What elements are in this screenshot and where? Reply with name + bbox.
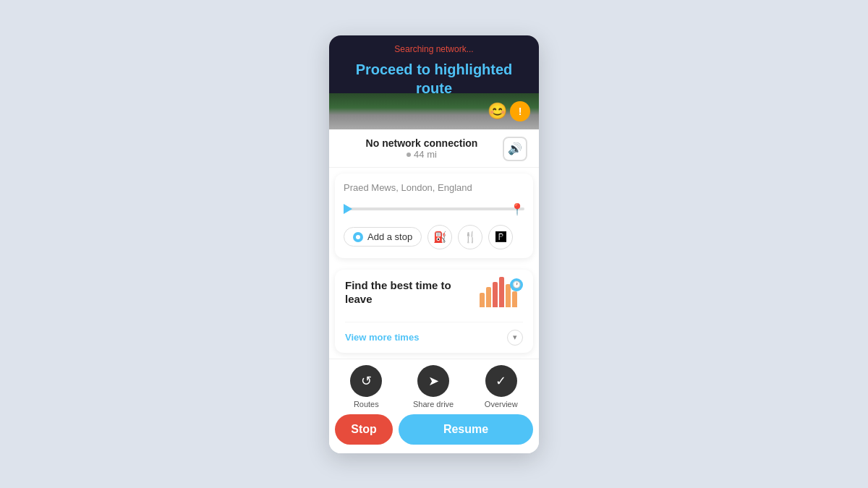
best-time-title: Find the best time to leave — [345, 278, 480, 307]
chevron-down-icon[interactable]: ▾ — [507, 330, 523, 346]
distance-text: 44 mi — [407, 149, 437, 160]
parking-button[interactable]: 🅿 — [488, 225, 513, 249]
chart-bar — [486, 287, 491, 307]
action-icon-0: ↺ — [350, 365, 382, 397]
bottom-actions: ↺Routes➤Share drive✓Overview Stop Resume — [329, 359, 539, 453]
action-label-1: Share drive — [413, 400, 454, 408]
searching-text: Searching network... — [341, 44, 527, 54]
parking-icon: 🅿 — [495, 231, 506, 243]
add-stop-dot-icon — [353, 232, 363, 242]
emoji-icon: 😊 — [488, 102, 507, 121]
clock-icon: 🕐 — [512, 281, 521, 288]
food-button[interactable]: 🍴 — [458, 225, 482, 249]
route-end-thumb: 📍 — [510, 202, 524, 215]
action-label-0: Routes — [354, 400, 379, 408]
add-stop-button[interactable]: Add a stop — [344, 227, 422, 247]
warning-sign: ! — [510, 101, 530, 121]
network-status-bar: No network connection 44 mi 🔊 — [329, 129, 539, 168]
best-time-card: Find the best time to leave 🕐 View more … — [335, 270, 533, 353]
stop-button[interactable]: Stop — [335, 414, 393, 445]
view-more-row[interactable]: View more times ▾ — [345, 322, 523, 353]
action-button-overview[interactable]: ✓Overview — [485, 365, 518, 408]
speaker-button[interactable]: 🔊 — [503, 137, 527, 161]
map-header: Searching network... Proceed to highligh… — [329, 35, 539, 129]
network-info: No network connection 44 mi — [341, 137, 503, 160]
route-slider[interactable]: 📍 — [344, 202, 524, 216]
add-stop-label: Add a stop — [367, 231, 412, 242]
route-card: Praed Mews, London, England 📍 Add a stop… — [335, 174, 533, 258]
stop-options: Add a stop ⛽ 🍴 🅿 — [344, 225, 524, 249]
fuel-button[interactable]: ⛽ — [427, 225, 452, 249]
action-button-routes[interactable]: ↺Routes — [350, 365, 382, 408]
route-start-thumb — [344, 204, 352, 214]
action-icon-1: ➤ — [417, 365, 449, 397]
chart-bar — [480, 293, 485, 307]
distance-value: 44 mi — [414, 149, 437, 160]
action-icon-2: ✓ — [485, 365, 517, 397]
chart-bar — [499, 277, 504, 307]
nav-buttons-row: Stop Resume — [329, 414, 539, 453]
chart-bar — [512, 291, 517, 307]
pin-icon: 📍 — [510, 202, 524, 215]
resume-button[interactable]: Resume — [399, 414, 533, 445]
action-label-2: Overview — [485, 400, 518, 408]
view-more-text[interactable]: View more times — [345, 332, 419, 343]
destination-text: Praed Mews, London, England — [344, 182, 524, 193]
chart-bar — [493, 282, 498, 307]
clock-icon-container: 🕐 — [510, 278, 523, 291]
fuel-icon: ⛽ — [433, 231, 447, 244]
action-buttons-row: ↺Routes➤Share drive✓Overview — [329, 365, 539, 414]
food-icon: 🍴 — [464, 231, 477, 244]
speaker-icon: 🔊 — [508, 142, 522, 155]
distance-dot — [407, 153, 411, 157]
chart-area: 🕐 — [480, 278, 523, 314]
network-title: No network connection — [366, 137, 478, 149]
add-stop-inner — [356, 235, 360, 239]
proceed-text: Proceed to highlighted route — [341, 60, 527, 98]
map-road-overlay: 😊 ! — [329, 93, 539, 129]
best-time-header: Find the best time to leave 🕐 — [345, 278, 523, 314]
phone-container: Searching network... Proceed to highligh… — [329, 35, 539, 453]
route-track: 📍 — [344, 207, 524, 210]
action-button-share-drive[interactable]: ➤Share drive — [413, 365, 454, 408]
